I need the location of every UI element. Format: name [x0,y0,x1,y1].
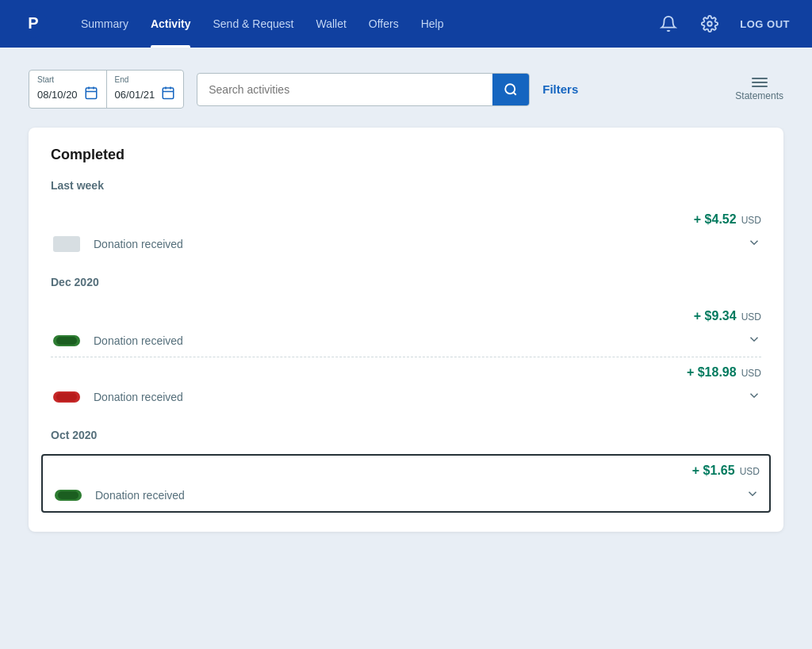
statements-label: Statements [735,90,783,101]
svg-rect-3 [86,88,97,99]
nav-right: LOG OUT [654,10,793,38]
paypal-logo: P [19,10,48,38]
svg-text:P: P [28,14,38,32]
nav-item-wallet[interactable]: Wallet [304,0,357,48]
period-oct-2020: Oct 2020 + $1.65 USD Donation received [51,429,761,513]
end-label: End [115,75,176,84]
end-calendar-icon [161,86,175,103]
svg-line-12 [514,92,516,94]
transaction-item: + $4.52 USD Donation received [51,204,761,260]
filters-label: Filters [542,82,578,96]
period-last-week: Last week + $4.52 USD Donation received [51,179,761,260]
search-box [197,73,530,106]
transaction-item: + $18.98 USD Donation received [51,357,761,413]
settings-button[interactable] [695,10,724,38]
logo-green [55,490,82,501]
amount-currency: USD [741,311,761,323]
expand-icon[interactable] [745,487,760,504]
transaction-logo [51,233,82,255]
transaction-logo [51,386,82,408]
filter-bar: Start 08/10/20 End 06/0 [29,70,783,109]
transaction-detail-row: Donation received [51,386,761,408]
filters-button[interactable]: Filters [542,82,578,96]
expand-icon[interactable] [747,332,761,349]
notifications-button[interactable] [654,10,683,38]
logout-button[interactable]: LOG OUT [737,18,793,30]
amount-row: + $4.52 USD [51,212,761,227]
logo-red [53,391,80,403]
transaction-info: Donation received [51,233,747,255]
nav-item-send-request[interactable]: Send & Request [201,0,304,48]
amount-currency: USD [741,215,761,226]
start-date-value: 08/10/20 [37,89,78,101]
transaction-info: Donation received [52,484,745,506]
end-date-field[interactable]: End 06/01/21 [107,71,184,108]
transaction-detail-row: Donation received [52,484,760,506]
transaction-description: Donation received [94,391,183,403]
nav-item-offers[interactable]: Offers [358,0,410,48]
transaction-logo [52,484,84,506]
transaction-description: Donation received [94,238,183,250]
amount-currency: USD [740,466,760,477]
start-label: Start [37,75,98,84]
navbar: P Summary Activity Send & Request Wallet… [0,0,812,48]
nav-item-help[interactable]: Help [410,0,455,48]
amount-value: + $18.98 [687,365,737,380]
statements-lines-icon [752,78,768,87]
amount-row: + $18.98 USD [51,365,761,380]
start-date-field[interactable]: Start 08/10/20 [29,71,107,108]
svg-point-11 [505,84,515,94]
amount-value: + $1.65 [692,464,735,478]
transaction-detail-row: Donation received [51,330,761,352]
period-label-oct-2020: Oct 2020 [51,429,761,441]
transaction-description: Donation received [95,489,185,502]
section-title: Completed [51,147,761,163]
amount-value: + $9.34 [694,309,737,323]
search-input[interactable] [197,75,492,104]
transaction-detail-row: Donation received [51,233,761,255]
nav-item-activity[interactable]: Activity [140,0,202,48]
transaction-item-selected: + $1.65 USD Donation received [41,454,771,513]
transaction-info: Donation received [51,386,747,408]
end-date-value: 06/01/21 [115,89,155,101]
period-label-last-week: Last week [51,179,761,192]
logo-green [53,335,80,346]
period-dec-2020: Dec 2020 + $9.34 USD Donation received [51,276,761,413]
expand-icon[interactable] [747,235,761,253]
main-content: Start 08/10/20 End 06/0 [0,48,812,554]
statements-button[interactable]: Statements [735,78,783,101]
start-calendar-icon [84,86,98,103]
transaction-item: + $9.34 USD Donation received [51,301,761,357]
activity-card: Completed Last week + $4.52 USD Donation… [29,128,783,532]
date-range: Start 08/10/20 End 06/0 [29,70,184,109]
svg-point-2 [708,21,713,26]
nav-links: Summary Activity Send & Request Wallet O… [70,0,654,48]
nav-item-summary[interactable]: Summary [70,0,140,48]
search-button[interactable] [492,74,529,105]
amount-row: + $9.34 USD [51,309,761,323]
period-label-dec-2020: Dec 2020 [51,276,761,288]
transaction-info: Donation received [51,330,747,352]
expand-icon[interactable] [747,388,761,406]
amount-row: + $1.65 USD [52,464,760,478]
transaction-description: Donation received [94,334,183,347]
amount-value: + $4.52 [694,212,737,227]
transaction-logo [51,330,82,352]
svg-rect-7 [163,88,174,99]
amount-currency: USD [741,368,761,379]
logo-gray [53,236,80,252]
